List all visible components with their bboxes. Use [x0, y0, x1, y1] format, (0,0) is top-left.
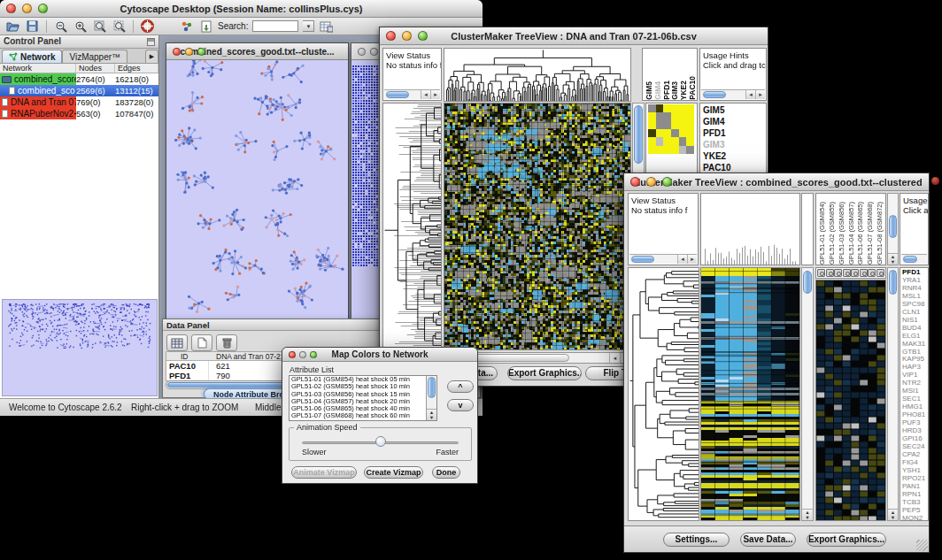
column-label[interactable]: GPL51-04 (GSM857)	[847, 202, 857, 265]
scroll-left-icon[interactable]: ◂	[609, 353, 620, 363]
tab-vizmapper[interactable]: VizMapper™	[62, 50, 127, 63]
create-vizmap-button[interactable]: Create Vizmap	[364, 466, 423, 479]
move-up-button[interactable]: ^	[447, 380, 474, 393]
column-label[interactable]: GPL51-06 (GSM865)	[856, 202, 866, 265]
network-row[interactable]: RNAPuberNov2+563(0)107847(0)	[0, 108, 158, 119]
column-labels-scrollbar[interactable]: ▲▼	[887, 193, 899, 265]
close-button[interactable]	[386, 31, 396, 41]
import-icon[interactable]	[198, 19, 213, 34]
heatmap-vscrollbar[interactable]: ▲▼	[801, 267, 814, 521]
row-dendrogram-canvas[interactable]	[383, 104, 441, 349]
column-header-box[interactable]	[868, 269, 876, 277]
float-panel-icon[interactable]	[147, 38, 155, 46]
column-header-box[interactable]	[843, 269, 851, 277]
column-label[interactable]: PAC10	[688, 76, 697, 100]
column-label[interactable]: GIM4	[653, 81, 662, 100]
column-dendrogram-canvas[interactable]	[701, 194, 799, 265]
network-row[interactable]: DNA and Tran 07769(0)183728(0)	[0, 96, 158, 108]
background-network-canvas[interactable]	[351, 60, 378, 325]
view-status-scrollbar[interactable]: ◂▸	[384, 89, 440, 99]
treeview1-titlebar[interactable]: ClusterMaker TreeView : DNA and Tran 07-…	[380, 27, 768, 45]
background-close-button[interactable]	[931, 177, 939, 185]
scroll-right-icon[interactable]: ▸	[430, 90, 440, 99]
delete-attribute-button[interactable]	[216, 334, 237, 351]
gene-label[interactable]: MON2	[902, 515, 928, 521]
column-label[interactable]: GPL51-02 (GSM855)	[828, 202, 838, 265]
treeview2-titlebar[interactable]: ClusterMaker TreeView : combined_scores_…	[624, 173, 929, 191]
row-label[interactable]: PFD1	[703, 127, 766, 139]
row-label[interactable]: GIM3	[703, 139, 766, 150]
zoom-fit-icon[interactable]	[92, 19, 107, 34]
network-row[interactable]: combined_scores2764(0)16218(0)	[0, 73, 158, 85]
zoom-selected-icon[interactable]	[112, 19, 127, 34]
column-label[interactable]: GIM5	[645, 81, 653, 100]
dialog-titlebar[interactable]: Map Colors to Network	[282, 348, 477, 362]
column-header-id[interactable]: ID	[166, 352, 209, 360]
gene-list-scrollbar[interactable]: ▲▼	[887, 267, 899, 521]
plugin-icon[interactable]	[179, 19, 194, 34]
column-header-box[interactable]	[876, 269, 884, 277]
minimize-button[interactable]	[646, 177, 656, 187]
attribute-list-item[interactable]: GPL51-07 (GSM868) heat shock 60 min	[290, 412, 436, 419]
row-label[interactable]: YKE2	[703, 150, 766, 162]
export-graphics-button[interactable]: Export Graphics...	[807, 533, 886, 547]
scroll-left-icon[interactable]: ◂	[745, 90, 755, 99]
minimize-button[interactable]	[22, 4, 32, 13]
network-overview-navigator[interactable]	[2, 299, 158, 396]
column-dendrogram-canvas[interactable]	[444, 49, 630, 101]
close-button[interactable]	[630, 177, 640, 187]
minimize-button[interactable]	[370, 48, 378, 56]
attribute-list-scrollbar[interactable]: ▲▼	[426, 376, 436, 420]
row-label[interactable]: GIM4	[703, 116, 766, 127]
scroll-right-icon[interactable]: ▸	[687, 255, 697, 264]
scroll-down-icon[interactable]: ▼	[888, 515, 898, 520]
column-header-box[interactable]	[860, 269, 868, 277]
column-label[interactable]: PFD1	[662, 81, 671, 100]
scroll-down-icon[interactable]: ▼	[802, 515, 813, 520]
secondary-heatmap-canvas[interactable]	[816, 280, 885, 520]
main-titlebar[interactable]: Cytoscape Desktop (Session Name: collins…	[0, 0, 483, 18]
scroll-right-icon[interactable]: ▸	[755, 90, 765, 99]
open-file-icon[interactable]	[5, 19, 20, 34]
minimize-button[interactable]	[299, 351, 306, 358]
column-label[interactable]: GPL51-07 (GSM868)	[866, 202, 876, 265]
column-header-box[interactable]	[817, 269, 825, 277]
close-button[interactable]	[173, 48, 181, 56]
usage-hints-scrollbar[interactable]: ◂▸	[701, 89, 765, 99]
zoom-button[interactable]	[197, 48, 205, 56]
usage-hints-scrollbar[interactable]	[901, 254, 927, 264]
move-down-button[interactable]: v	[447, 399, 474, 411]
select-attributes-button[interactable]	[166, 334, 188, 351]
minimize-button[interactable]	[185, 48, 193, 56]
scroll-down-icon[interactable]: ▼	[888, 259, 898, 265]
zoom-button[interactable]	[662, 177, 672, 187]
close-button[interactable]	[6, 4, 16, 13]
done-button[interactable]: Done	[432, 466, 460, 479]
heatmap-canvas[interactable]	[444, 104, 630, 349]
column-label[interactable]: YKE2	[679, 81, 688, 100]
column-label[interactable]: GPL51-01 (GSM854)	[818, 202, 828, 265]
column-header-box[interactable]	[851, 269, 859, 277]
close-button[interactable]	[358, 48, 366, 56]
zoom-button[interactable]	[418, 31, 428, 41]
row-label[interactable]: GIM5	[703, 104, 766, 116]
scroll-left-icon[interactable]: ◂	[677, 255, 687, 264]
heatmap-canvas[interactable]	[701, 268, 799, 520]
zoom-in-icon[interactable]	[73, 19, 88, 34]
network-canvas[interactable]	[166, 60, 348, 325]
animate-vizmap-button[interactable]: Animate Vizmap	[291, 466, 357, 479]
scroll-left-icon[interactable]: ◂	[421, 90, 430, 99]
minimize-button[interactable]	[402, 31, 412, 41]
tab-network[interactable]: Network	[2, 50, 62, 63]
settings-button[interactable]: Settings...	[663, 533, 730, 547]
row-dendrogram-canvas[interactable]	[629, 268, 699, 520]
search-input[interactable]	[252, 20, 298, 32]
column-header-box[interactable]	[834, 269, 842, 277]
column-label[interactable]: GIM3	[670, 81, 679, 100]
save-data-button[interactable]: Save Data...	[740, 533, 796, 547]
resize-grip[interactable]	[916, 540, 928, 551]
attribute-browser-icon[interactable]	[319, 19, 334, 34]
zoom-button[interactable]	[310, 351, 317, 358]
zoom-button[interactable]	[38, 4, 48, 13]
save-icon[interactable]	[25, 19, 40, 34]
